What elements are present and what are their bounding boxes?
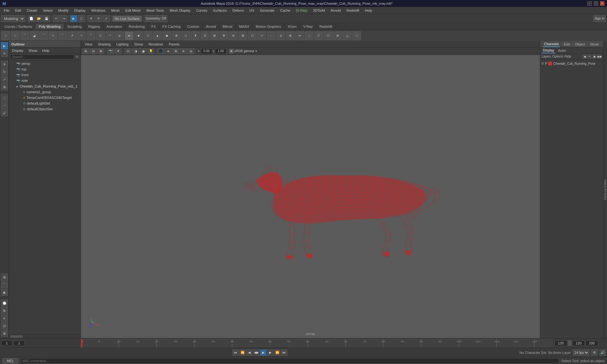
layers-menu[interactable]: Layers	[542, 55, 551, 58]
menu-edit-mesh[interactable]: Edit Mesh	[123, 8, 143, 13]
shelf-tab-fx[interactable]: FX	[148, 24, 159, 29]
snap-point-button[interactable]: ◉	[1, 289, 8, 296]
open-scene-button[interactable]: 📂	[35, 15, 42, 22]
scale-tool-button[interactable]: ⤢	[103, 15, 110, 22]
settings-button[interactable]: ⚙	[1, 307, 8, 314]
audio-button[interactable]: 🔊	[599, 349, 606, 356]
viewport-canvas[interactable]: X Y Z persp	[81, 55, 540, 338]
menu-windows[interactable]: Windows	[89, 8, 108, 13]
fps-select[interactable]: 24 fps	[573, 349, 589, 356]
menu-arnold[interactable]: Arnold	[328, 8, 343, 13]
symmetry-button[interactable]: Symmetry: Off	[144, 15, 167, 22]
prev-frame-button[interactable]: ◀	[246, 349, 253, 356]
viewport-menu-view[interactable]: View	[82, 42, 95, 47]
layer-prev-btn[interactable]: ◀	[582, 54, 587, 59]
shelf-icon-square[interactable]: □	[11, 31, 20, 40]
shelf-icon-curve[interactable]: ⌒	[20, 31, 29, 40]
command-line-input[interactable]	[21, 358, 559, 364]
shelf-icon-remesh[interactable]: ⬡	[324, 31, 333, 40]
outliner-menu-display[interactable]: Display	[10, 48, 25, 53]
vp-aa-button[interactable]: ⊞	[172, 48, 179, 54]
shelf-icon-quad[interactable]: □	[352, 31, 361, 40]
vp-lighting-button[interactable]: 💡	[147, 48, 154, 54]
shelf-icon-4[interactable]: ⌒	[58, 31, 67, 40]
attr-button[interactable]: ⊞	[1, 330, 8, 337]
menu-select[interactable]: Select	[40, 8, 55, 13]
outliner-item-cheetah[interactable]: ▸ Cheetah_Cub_Running_Pose_nd1_1	[9, 83, 81, 89]
shelf-icon-5[interactable]: ↗	[68, 31, 77, 40]
snap-grid-button[interactable]: ⊞	[1, 274, 8, 281]
shelf-icon-reduce[interactable]: ▽	[314, 31, 323, 40]
shelf-tab-bifrost[interactable]: Bifrost	[219, 24, 236, 29]
outliner-search-icon[interactable]: ⊕	[74, 54, 79, 59]
tab-edit[interactable]: Edit	[562, 42, 571, 47]
vp-4view-button[interactable]: ⊠	[97, 48, 104, 54]
snap-curve-button[interactable]: ⌒	[1, 281, 8, 288]
shelf-icon-cone[interactable]: ▲	[153, 31, 162, 40]
outliner-item-persp[interactable]: 📷 persp	[9, 61, 81, 66]
menu-vray[interactable]: [V-Ray]	[293, 8, 310, 13]
shelf-icon-9[interactable]: ◠	[106, 31, 114, 40]
menu-mesh-display[interactable]: Mesh Display	[167, 8, 193, 13]
shelf-icon-cyl[interactable]: ⬡	[144, 31, 152, 40]
vp-motionblur-button[interactable]: ≋	[180, 48, 187, 54]
channel-button[interactable]: ⊡	[1, 322, 8, 329]
shelf-tab-rendering[interactable]: Rendering	[126, 24, 148, 29]
end-frame-input[interactable]	[555, 340, 567, 346]
subtab-anim[interactable]: Anim	[557, 48, 567, 53]
menu-create[interactable]: Create	[24, 8, 40, 13]
history-button[interactable]: 🕐	[1, 300, 8, 306]
shelf-icon-slide[interactable]: ⤢	[257, 31, 266, 40]
menu-display[interactable]: Display	[72, 8, 88, 13]
outliner-item-tempcam[interactable]: ✳ TempCamFBXASC046Target	[9, 95, 81, 100]
sign-in-button[interactable]: Sign In	[593, 15, 606, 22]
outliner-item-front[interactable]: 📷 front	[9, 72, 81, 78]
shelf-icon-triangulate[interactable]: △	[343, 31, 352, 40]
shelf-icon-2[interactable]: ⌒	[39, 31, 48, 40]
step-back-button[interactable]: ⏪	[239, 349, 246, 356]
outliner-scroll-thumb[interactable]	[10, 335, 23, 338]
shelf-tab-mash[interactable]: MASH	[236, 24, 253, 29]
go-to-start-button[interactable]: ⏮	[232, 349, 239, 356]
layer-add-btn[interactable]: +	[587, 54, 592, 59]
menu-edit[interactable]: Edit	[13, 8, 24, 13]
timeline-track[interactable]: 1 5 10 15 20 25 30 35 40 45 50	[81, 338, 553, 348]
step-forward-button[interactable]: ⏩	[274, 349, 280, 356]
tab-show[interactable]: Show	[589, 42, 600, 47]
shelf-tab-animation[interactable]: Animation	[103, 24, 126, 29]
vp-layout-button[interactable]: ⊟	[90, 48, 97, 54]
paint-button[interactable]: 🖊	[1, 109, 8, 116]
shelf-tab-vray[interactable]: V-Ray	[300, 24, 316, 29]
viewport-menu-lighting[interactable]: Lighting	[114, 42, 131, 47]
vp-dof-button[interactable]: ◎	[187, 48, 194, 54]
shelf-icon-insert-loop[interactable]: ⊞	[238, 31, 247, 40]
outliner-item-camera-group[interactable]: ✳ camera1_group	[9, 89, 81, 95]
select-mode-button[interactable]: ▶	[1, 42, 8, 49]
menu-mesh[interactable]: Mesh	[108, 8, 122, 13]
vp-gamma-input[interactable]	[215, 48, 226, 54]
outliner-menu-help[interactable]: Help	[40, 48, 52, 53]
vp-camera-button[interactable]: 📷	[107, 48, 114, 54]
shelf-icon-8[interactable]: ⊂	[96, 31, 105, 40]
menu-cache[interactable]: Cache	[278, 8, 293, 13]
menu-mesh-tools[interactable]: Mesh Tools	[144, 8, 166, 13]
soft-select-button[interactable]: ◌	[1, 94, 8, 101]
shelf-tab-arnold[interactable]: Arnold	[203, 24, 219, 29]
outliner-search-input[interactable]	[10, 54, 74, 59]
shelf-icon-circle[interactable]: ○	[1, 31, 10, 40]
menu-3dtoall[interactable]: 3DToAll	[310, 8, 328, 13]
vp-colorspace-dropdown[interactable]: ▼	[255, 50, 258, 53]
shelf-tab-custom[interactable]: Custom	[184, 24, 203, 29]
vp-shaded-texture-button[interactable]: ◕	[140, 48, 147, 54]
redo-button[interactable]: ↪	[60, 15, 67, 22]
range-end-input[interactable]	[586, 340, 598, 346]
vp-home-button[interactable]: ⊞	[82, 48, 89, 54]
range-start-input[interactable]	[572, 340, 585, 346]
channel-visibility-v[interactable]: V	[542, 62, 544, 65]
undo-button[interactable]: ↩	[53, 15, 60, 22]
outliner-item-side[interactable]: 📷 side	[9, 78, 81, 83]
tab-object[interactable]: Object	[573, 42, 586, 47]
menu-modify[interactable]: Modify	[56, 8, 71, 13]
maximize-button[interactable]: □	[594, 1, 598, 6]
shelf-icon-diamond[interactable]: ◆	[162, 31, 171, 40]
